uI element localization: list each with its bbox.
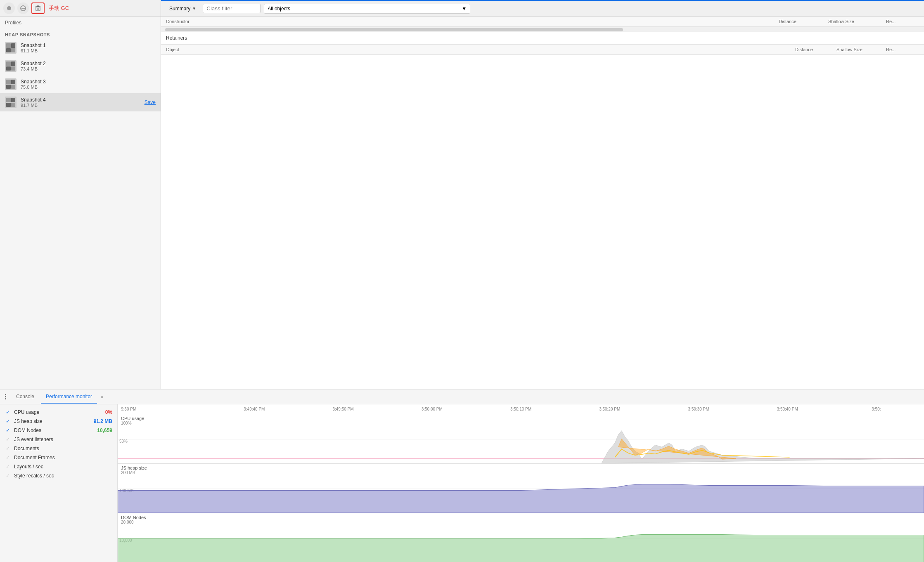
time-label: 3:50:20 PM: [565, 407, 654, 411]
layouts-per-sec-label: Layouts / sec: [14, 464, 112, 470]
performance-monitor-tab[interactable]: Performance monitor: [41, 390, 97, 404]
icon-cell: [11, 98, 16, 102]
cpu-usage-chart: CPU usage 100% 50%: [118, 414, 924, 464]
dot: [5, 398, 6, 399]
app-container: 手动 GC Summary ▼ All objects ▼ Profiles H…: [0, 0, 924, 562]
profiles-label: Profiles: [0, 17, 161, 29]
performance-monitor-content: ✓ CPU usage 0% ✓ JS heap size 91.2 MB ✓ …: [0, 404, 924, 562]
retained-col: Re...: [886, 19, 919, 24]
top-bar-left: 手动 GC: [0, 0, 161, 16]
snapshot-item[interactable]: Snapshot 1 61.1 MB: [0, 39, 161, 57]
cpu-chart-title: CPU usage: [121, 416, 144, 421]
snapshot-item[interactable]: Snapshot 3 75.0 MB: [0, 75, 161, 93]
snapshot-icon: [5, 42, 17, 54]
no-entry-button[interactable]: [17, 2, 29, 14]
cpu-chart-svg: [118, 414, 924, 463]
snapshot-name: Snapshot 4: [21, 97, 140, 103]
js-heap-size-value: 91.2 MB: [94, 418, 112, 424]
performance-monitor-tab-label: Performance monitor: [46, 394, 92, 399]
snapshot-item-active[interactable]: Snapshot 4 91.7 MB Save: [0, 93, 161, 111]
cpu-usage-metric: ✓ CPU usage 0%: [0, 408, 117, 417]
stop-button[interactable]: [3, 2, 15, 14]
content-panel: Constructor Distance Shallow Size Re... …: [161, 17, 924, 389]
time-label: 3:49:50 PM: [299, 407, 387, 411]
perf-sidebar: ✓ CPU usage 0% ✓ JS heap size 91.2 MB ✓ …: [0, 404, 118, 562]
save-button[interactable]: Save: [145, 99, 156, 105]
snapshot-info: Snapshot 4 91.7 MB: [21, 97, 140, 108]
summary-dropdown[interactable]: Summary ▼: [166, 4, 199, 13]
document-frames-metric: ✓ Document Frames: [0, 453, 117, 462]
time-label: 3:50:30 PM: [654, 407, 743, 411]
dot: [5, 396, 6, 397]
svg-point-0: [7, 6, 11, 10]
time-label: 3:50:00 PM: [388, 407, 476, 411]
snapshot-item[interactable]: Snapshot 2 73.4 MB: [0, 57, 161, 75]
icon-cell: [6, 61, 11, 66]
js-heap-chart: JS heap size 200 MB 100 MB: [118, 464, 924, 513]
snapshot-size: 73.4 MB: [21, 66, 156, 71]
sidebar: Profiles HEAP SNAPSHOTS Snapshot 1 61.1 …: [0, 17, 161, 389]
retained-col2: Re...: [886, 47, 919, 52]
heap-chart-title: JS heap size: [121, 465, 147, 470]
time-label: 3:50:40 PM: [743, 407, 832, 411]
retainers-columns: Object Distance Shallow Size Re...: [161, 45, 924, 55]
style-recalcs-metric: ✓ Style recalcs / sec: [0, 471, 117, 480]
snapshot-info: Snapshot 3 75.0 MB: [21, 79, 156, 90]
icon-cell: [11, 66, 16, 71]
checkmark-icon[interactable]: ✓: [5, 409, 11, 415]
summary-arrow-icon: ▼: [192, 6, 196, 11]
dom-chart-svg: [118, 513, 924, 562]
scrollbar-thumb: [165, 28, 623, 31]
snapshot-icon: [5, 97, 17, 108]
distance-col2: Distance: [795, 47, 836, 52]
cpu-100-label: 100%: [121, 421, 144, 425]
snapshot-info: Snapshot 2 73.4 MB: [21, 61, 156, 71]
icon-cell: [11, 43, 16, 48]
dom-20000-label: 20,000: [121, 520, 146, 524]
heap-200-label: 200 MB: [121, 470, 147, 475]
icon-cell: [11, 61, 16, 66]
time-label: 9:30 PM: [121, 407, 210, 411]
time-label: 3:49:40 PM: [210, 407, 299, 411]
checkmark-icon[interactable]: ✓: [5, 455, 11, 460]
icon-cell: [6, 103, 11, 107]
class-filter-input[interactable]: [203, 4, 261, 13]
cpu-usage-value: 0%: [105, 409, 112, 415]
checkmark-icon[interactable]: ✓: [5, 437, 11, 442]
checkmark-icon[interactable]: ✓: [5, 418, 11, 424]
console-tab[interactable]: Console: [11, 390, 39, 404]
distance-col: Distance: [779, 19, 820, 24]
horizontal-scrollbar[interactable]: [161, 27, 924, 32]
documents-metric: ✓ Documents: [0, 444, 117, 453]
dom-chart-labels: DOM Nodes 20,000: [121, 515, 146, 524]
all-objects-arrow-icon: ▼: [462, 6, 467, 12]
dom-nodes-chart: DOM Nodes 20,000 10,000: [118, 513, 924, 562]
dom-chart-title: DOM Nodes: [121, 515, 146, 520]
trash-button[interactable]: [31, 2, 45, 14]
time-axis: 9:30 PM 3:49:40 PM 3:49:50 PM 3:50:00 PM…: [118, 404, 924, 414]
tab-menu-button[interactable]: [3, 392, 8, 401]
checkmark-icon[interactable]: ✓: [5, 473, 11, 479]
retainers-title: Retainers: [161, 32, 924, 45]
snapshot-name: Snapshot 3: [21, 79, 156, 85]
bottom-panel: Console Performance monitor × ✓ CPU usag…: [0, 389, 924, 562]
js-heap-size-metric: ✓ JS heap size 91.2 MB: [0, 417, 117, 426]
checkmark-icon[interactable]: ✓: [5, 446, 11, 451]
icon-cell: [11, 80, 16, 84]
main-area: Profiles HEAP SNAPSHOTS Snapshot 1 61.1 …: [0, 17, 924, 389]
console-tab-label: Console: [16, 394, 34, 399]
all-objects-dropdown[interactable]: All objects ▼: [264, 4, 470, 14]
icon-cell: [11, 85, 16, 89]
svg-marker-9: [602, 431, 924, 463]
tab-close-button[interactable]: ×: [99, 393, 105, 401]
constructor-col: Constructor: [166, 19, 770, 24]
shallow-size-col2: Shallow Size: [836, 47, 886, 52]
checkmark-icon[interactable]: ✓: [5, 464, 11, 470]
documents-label: Documents: [14, 446, 112, 451]
checkmark-icon[interactable]: ✓: [5, 427, 11, 433]
gc-label: 手动 GC: [49, 5, 69, 12]
constructor-header: Constructor Distance Shallow Size Re...: [161, 17, 924, 27]
chart-container: 9:30 PM 3:49:40 PM 3:49:50 PM 3:50:00 PM…: [118, 404, 924, 562]
top-bar-right: Summary ▼ All objects ▼: [161, 0, 924, 16]
retainers-content: [161, 55, 924, 389]
